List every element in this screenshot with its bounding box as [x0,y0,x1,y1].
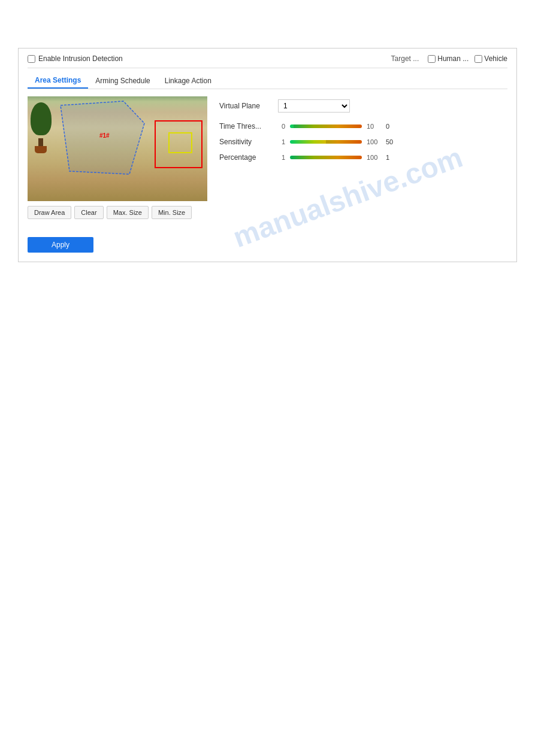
main-panel: Enable Intrusion Detection Target ... Hu… [18,48,517,262]
human-group: Human ... [428,54,468,63]
vehicle-label: Vehicle [484,54,507,63]
right-panel: Virtual Plane 1 2 3 4 Time Thres... 0 [219,96,507,253]
sensitivity-label: Sensitivity [219,138,273,146]
percentage-row: Percentage 1 100 1 [219,153,507,162]
vehicle-group: Vehicle [474,54,507,63]
clear-button[interactable]: Clear [74,206,103,219]
time-threshold-label: Time Thres... [219,122,273,130]
virtual-plane-select[interactable]: 1 2 3 4 [278,99,350,113]
draw-area-button[interactable]: Draw Area [28,206,71,219]
time-threshold-min: 0 [278,123,285,130]
sensitivity-slider[interactable] [290,140,362,144]
camera-background: #1# [28,96,207,201]
time-threshold-value: 0 [386,123,400,130]
percentage-slider[interactable] [290,156,362,159]
min-size-button[interactable]: Min. Size [152,206,192,219]
enable-checkbox[interactable] [28,55,35,63]
vehicle-checkbox[interactable] [474,55,482,63]
enable-section: Enable Intrusion Detection [28,54,123,63]
max-size-button[interactable]: Max. Size [107,206,149,219]
yellow-rect-overlay [168,132,192,153]
percentage-value: 1 [386,154,400,161]
virtual-plane-label: Virtual Plane [219,102,273,110]
tab-linkage-action[interactable]: Linkage Action [158,73,219,89]
top-bar: Enable Intrusion Detection Target ... Hu… [28,54,507,68]
time-threshold-slider[interactable] [290,125,362,128]
sensitivity-min: 1 [278,138,285,145]
action-buttons: Draw Area Clear Max. Size Min. Size [28,206,207,219]
human-checkbox[interactable] [428,55,436,63]
percentage-label: Percentage [219,153,273,162]
human-label: Human ... [437,54,468,63]
tab-area-settings[interactable]: Area Settings [28,73,88,89]
content-area: #1# Draw Area Clear Max. Size Min. Size [28,96,507,253]
area-label: #1# [99,132,110,139]
sensitivity-row: Sensitivity 1 100 50 [219,138,507,146]
camera-view: #1# [28,96,207,201]
sensitivity-value: 50 [386,138,400,145]
tabs-bar: Area Settings Arming Schedule Linkage Ac… [28,73,507,89]
virtual-plane-row: Virtual Plane 1 2 3 4 [219,99,507,113]
target-label: Target ... [391,54,419,63]
time-threshold-row: Time Thres... 0 10 0 [219,122,507,130]
sensitivity-max: 100 [367,138,381,145]
time-threshold-max: 10 [367,123,381,130]
left-panel: #1# Draw Area Clear Max. Size Min. Size [28,96,207,253]
percentage-min: 1 [278,154,285,161]
target-section: Target ... Human ... Vehicle [391,54,507,63]
enable-label: Enable Intrusion Detection [38,54,123,63]
tab-arming-schedule[interactable]: Arming Schedule [88,73,157,89]
percentage-max: 100 [367,154,381,161]
apply-button[interactable]: Apply [28,237,93,253]
